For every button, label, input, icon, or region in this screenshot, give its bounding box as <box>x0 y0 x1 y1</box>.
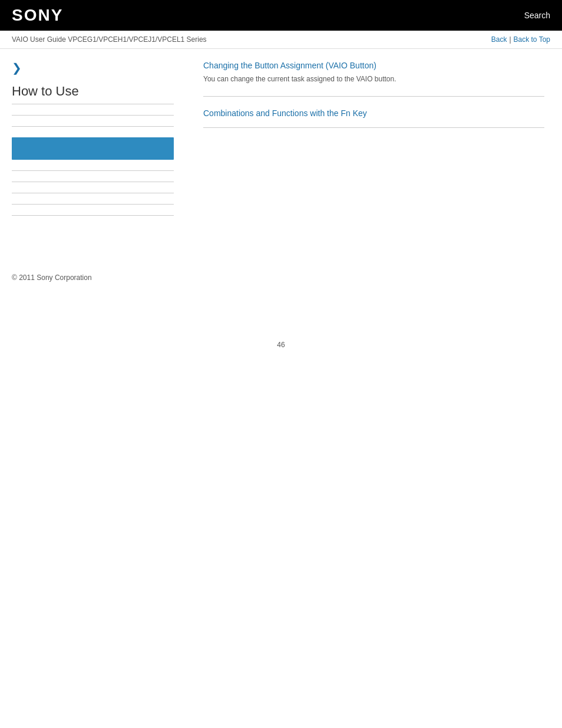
sidebar-section-title: How to Use <box>12 84 174 104</box>
sony-logo: SONY <box>12 6 63 25</box>
sidebar-divider-1 <box>12 115 174 116</box>
sidebar-highlight[interactable] <box>12 137 174 160</box>
copyright: © 2011 Sony Corporation <box>12 274 92 282</box>
sidebar-divider-5 <box>12 193 174 193</box>
page-number: 46 <box>0 341 562 361</box>
content-item-1: Changing the Button Assignment (VAIO But… <box>203 61 544 84</box>
content-divider-1 <box>203 96 544 97</box>
sidebar-divider-3 <box>12 170 174 171</box>
sidebar-divider-7 <box>12 215 174 216</box>
footer: © 2011 Sony Corporation <box>0 262 562 294</box>
sidebar-divider-2 <box>12 126 174 127</box>
sidebar: ❯ How to Use <box>0 49 186 238</box>
main-container: ❯ How to Use Changing the Button Assignm… <box>0 49 562 238</box>
link-vaio-button-description: You can change the current task assigned… <box>203 74 544 84</box>
sidebar-arrow[interactable]: ❯ <box>12 61 174 75</box>
link-vaio-button[interactable]: Changing the Button Assignment (VAIO But… <box>203 61 544 70</box>
sidebar-divider-6 <box>12 204 174 205</box>
content-item-2: Combinations and Functions with the Fn K… <box>203 108 544 118</box>
sidebar-divider-4 <box>12 182 174 182</box>
back-link[interactable]: Back <box>491 35 507 44</box>
guide-title: VAIO User Guide VPCEG1/VPCEH1/VPCEJ1/VPC… <box>12 35 207 44</box>
breadcrumb-bar: VAIO User Guide VPCEG1/VPCEH1/VPCEJ1/VPC… <box>0 31 562 49</box>
content-divider-2 <box>203 127 544 128</box>
back-to-top-link[interactable]: Back to Top <box>514 35 550 44</box>
link-fn-key[interactable]: Combinations and Functions with the Fn K… <box>203 108 544 118</box>
separator: | <box>509 35 511 44</box>
search-button[interactable]: Search <box>524 11 550 20</box>
header: SONY Search <box>0 0 562 31</box>
content-area: Changing the Button Assignment (VAIO But… <box>186 49 562 238</box>
nav-links: Back | Back to Top <box>491 35 550 44</box>
